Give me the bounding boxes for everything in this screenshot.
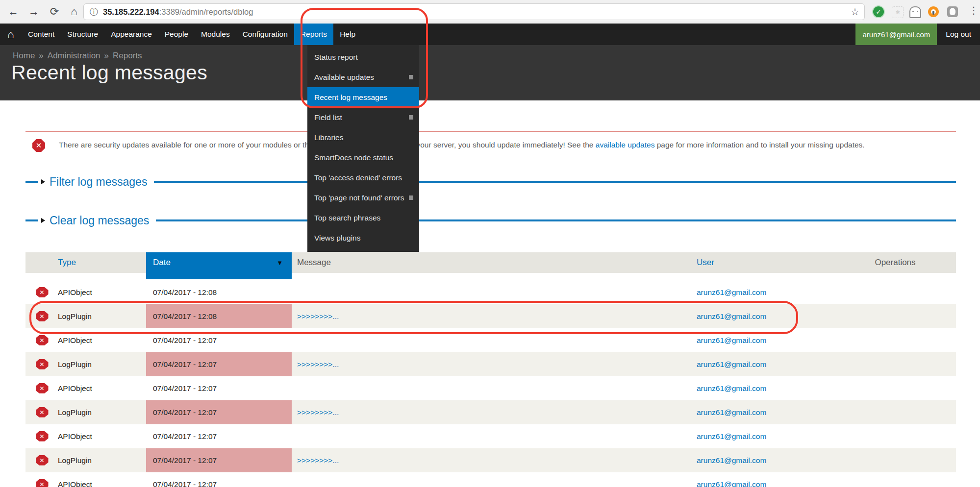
home-icon[interactable]: ⌂ (66, 0, 82, 24)
error-message-text: There are security updates available for… (59, 138, 929, 152)
menu-item-status-report[interactable]: Status report (307, 47, 419, 67)
page-title: Recent log messages (11, 61, 207, 84)
clear-fieldset-toggle[interactable]: Clear log messages (38, 213, 156, 228)
user-link[interactable]: arunz61@gmail.com (697, 432, 766, 440)
url-path: :3389/admin/reports/dblog (159, 7, 253, 17)
log-user-cell: arunz61@gmail.com (691, 432, 834, 441)
severity-cell: ✕ (25, 311, 51, 321)
breadcrumb-administration[interactable]: Administration (48, 51, 101, 60)
filter-fieldset: Filter log messages (25, 174, 956, 190)
menu-item-libraries[interactable]: Libraries (307, 127, 419, 147)
filter-fieldset-label: Filter log messages (50, 175, 147, 189)
user-link[interactable]: arunz61@gmail.com (697, 336, 766, 344)
breadcrumb-home[interactable]: Home (13, 51, 35, 60)
message-column-header: Message (292, 258, 691, 268)
error-icon: ✕ (36, 359, 49, 369)
log-user-cell: arunz61@gmail.com (691, 336, 834, 345)
toolbar-item-modules[interactable]: Modules (195, 24, 236, 45)
log-date-cell: 07/04/2017 - 12:07 (146, 424, 292, 448)
log-date-cell: 07/04/2017 - 12:08 (146, 304, 292, 328)
menu-item-recent-log-messages[interactable]: Recent log messages (307, 87, 419, 107)
error-icon: ✕ (36, 407, 49, 417)
severity-cell: ✕ (25, 479, 51, 487)
site-info-icon[interactable]: ⓘ (90, 6, 98, 18)
user-column-header[interactable]: User (691, 258, 834, 268)
toolbar-item-configuration[interactable]: Configuration (236, 24, 294, 45)
menu-item-field-list[interactable]: Field list (307, 107, 419, 127)
extension-ghost-icon[interactable] (909, 6, 921, 18)
user-link[interactable]: arunz61@gmail.com (697, 312, 766, 320)
breadcrumb-separator: » (104, 51, 109, 60)
toolbar-item-reports[interactable]: Reports (294, 24, 333, 45)
table-row: ✕LogPlugin07/04/2017 - 12:08>>>>>>>>...a… (25, 304, 956, 328)
log-date-cell: 07/04/2017 - 12:08 (146, 280, 292, 304)
extension-check-icon[interactable]: ✓ (873, 6, 884, 17)
table-body: ✕APIObject07/04/2017 - 12:08arunz61@gmai… (25, 280, 956, 487)
menu-item-smartdocs-node-status[interactable]: SmartDocs node status (307, 147, 419, 168)
log-type-cell: LogPlugin (51, 312, 146, 321)
address-bar[interactable]: ⓘ 35.185.222.194:3389/admin/reports/dblo… (83, 3, 865, 20)
type-column-header[interactable]: Type (51, 258, 146, 268)
bookmark-star-icon[interactable]: ☆ (851, 6, 859, 18)
user-link[interactable]: arunz61@gmail.com (697, 480, 766, 487)
error-icon: ✕ (36, 455, 49, 465)
menu-item-views-plugins[interactable]: Views plugins (307, 228, 419, 248)
user-link[interactable]: arunz61@gmail.com (697, 288, 766, 296)
reload-icon[interactable]: ⟳ (46, 0, 63, 24)
user-link[interactable]: arunz61@gmail.com (697, 360, 766, 368)
table-row: ✕APIObject07/04/2017 - 12:07arunz61@gmai… (25, 424, 956, 448)
menu-flag-icon (409, 195, 413, 200)
menu-item-label: SmartDocs node status (314, 153, 393, 162)
error-text-after: page for more information and to install… (654, 141, 864, 149)
error-icon: ✕ (36, 287, 49, 297)
error-message: ✕ There are security updates available f… (25, 131, 956, 152)
extension-gray-icon[interactable] (947, 6, 958, 17)
menu-flag-icon (409, 75, 413, 79)
error-icon: ✕ (36, 335, 49, 345)
available-updates-link[interactable]: available updates (596, 141, 655, 149)
log-message-link[interactable]: >>>>>>>>... (297, 456, 339, 464)
logout-button[interactable]: Log out (937, 24, 980, 45)
error-icon: ✕ (36, 479, 49, 487)
menu-item-top-search-phrases[interactable]: Top search phrases (307, 208, 419, 228)
log-type-cell: APIObject (51, 336, 146, 345)
menu-item-top-page-not-found-errors[interactable]: Top 'page not found' errors (307, 188, 419, 208)
menu-item-label: Available updates (314, 73, 374, 81)
user-link[interactable]: arunz61@gmail.com (697, 384, 766, 392)
toolbar-item-people[interactable]: People (158, 24, 195, 45)
error-icon: ✕ (32, 139, 45, 152)
filter-fieldset-toggle[interactable]: Filter log messages (38, 174, 154, 190)
back-icon[interactable]: ← (5, 0, 22, 24)
breadcrumb-reports[interactable]: Reports (113, 51, 142, 60)
table-row: ✕LogPlugin07/04/2017 - 12:07>>>>>>>>...a… (25, 352, 956, 376)
date-column-header[interactable]: Date ▼ (146, 252, 292, 273)
toolbar-item-appearance[interactable]: Appearance (104, 24, 158, 45)
log-date-cell: 07/04/2017 - 12:07 (146, 400, 292, 424)
user-link[interactable]: arunz61@gmail.com (697, 408, 766, 416)
forward-icon[interactable]: → (25, 0, 42, 24)
extension-openvpn-icon[interactable] (928, 6, 939, 17)
log-message-link[interactable]: >>>>>>>>... (297, 360, 339, 368)
table-row: ✕LogPlugin07/04/2017 - 12:07>>>>>>>>...a… (25, 400, 956, 424)
toolbar-item-content[interactable]: Content (22, 24, 61, 45)
log-user-cell: arunz61@gmail.com (691, 288, 834, 297)
log-type-cell: APIObject (51, 480, 146, 487)
account-button[interactable]: arunz61@gmail.com (855, 24, 937, 45)
drupal-home-icon[interactable]: ⌂ (0, 24, 22, 45)
error-icon: ✕ (36, 311, 49, 321)
browser-menu-icon[interactable]: ⋮ (969, 4, 979, 16)
toolbar-item-structure[interactable]: Structure (61, 24, 104, 45)
severity-cell: ✕ (25, 359, 51, 369)
log-message-link[interactable]: >>>>>>>>... (297, 312, 339, 320)
log-date-cell: 07/04/2017 - 12:07 (146, 352, 292, 376)
log-message-link[interactable]: >>>>>>>>... (297, 408, 339, 416)
error-icon: ✕ (36, 431, 49, 441)
log-user-cell: arunz61@gmail.com (691, 312, 834, 321)
extension-disabled-icon[interactable]: ✱ (892, 6, 904, 18)
menu-item-available-updates[interactable]: Available updates (307, 67, 419, 87)
log-user-cell: arunz61@gmail.com (691, 456, 834, 465)
table-row: ✕APIObject07/04/2017 - 12:07arunz61@gmai… (25, 328, 956, 352)
user-link[interactable]: arunz61@gmail.com (697, 456, 766, 464)
toolbar-item-help[interactable]: Help (333, 24, 362, 45)
menu-item-top-access-denied-errors[interactable]: Top 'access denied' errors (307, 168, 419, 188)
